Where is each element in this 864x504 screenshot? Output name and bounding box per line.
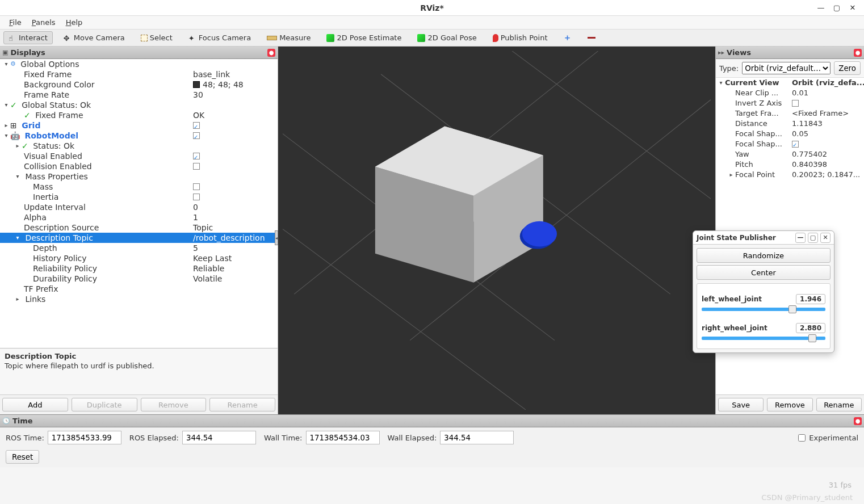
add-button[interactable]: Add — [2, 398, 68, 411]
pose-estimate-button[interactable]: 2D Pose Estimate — [321, 31, 406, 44]
checkbox-icon[interactable] — [792, 141, 799, 148]
joint-slider-0[interactable] — [702, 308, 825, 311]
close-panel-icon[interactable]: ● — [267, 49, 275, 57]
tree-visual-enabled[interactable]: Visual Enabled — [0, 151, 278, 161]
experimental-checkbox[interactable]: Experimental — [798, 434, 858, 442]
grid-icon: ⊞ — [10, 120, 17, 131]
jsp-minimize-icon[interactable]: — — [795, 233, 806, 243]
interact-button[interactable]: ☝ Interact — [3, 31, 53, 44]
close-panel-icon[interactable]: ● — [854, 49, 862, 57]
tree-update-interval[interactable]: Update Interval 0 — [0, 202, 278, 212]
tree-description-source[interactable]: Description Source Topic — [0, 222, 278, 233]
tree-history-policy[interactable]: History Policy Keep Last — [0, 253, 278, 263]
view-focal-shape1[interactable]: Focal Shap... 0.05 — [716, 129, 864, 139]
reset-button[interactable]: Reset — [6, 450, 39, 464]
displays-tree[interactable]: ▾⚙ Global Options Fixed Frame base_link … — [0, 59, 278, 348]
wall-time-input[interactable] — [306, 431, 380, 444]
toolbar-add-button[interactable]: ＋ — [558, 30, 577, 45]
tree-status-fixed-frame[interactable]: ✓ Fixed Frame OK — [0, 110, 278, 120]
views-remove-button[interactable]: Remove — [767, 398, 812, 411]
displays-panel-header[interactable]: ▣ Displays ● — [0, 47, 278, 59]
move-camera-button[interactable]: ✥ Move Camera — [58, 31, 130, 44]
tree-depth[interactable]: Depth 5 — [0, 243, 278, 253]
tree-frame-rate[interactable]: Frame Rate 30 — [0, 90, 278, 100]
joint-slider-1[interactable] — [702, 337, 825, 340]
select-button[interactable]: Select — [136, 31, 178, 44]
viewport-3d[interactable] — [283, 51, 711, 410]
close-panel-icon[interactable]: ● — [854, 417, 862, 425]
views-rename-button[interactable]: Rename — [816, 398, 862, 411]
zero-button[interactable]: Zero — [834, 61, 861, 75]
view-distance[interactable]: Distance 1.11843 — [716, 119, 864, 129]
publish-point-button[interactable]: Publish Point — [488, 31, 553, 44]
tree-mass[interactable]: Mass — [0, 182, 278, 192]
focus-camera-button[interactable]: ✦ Focus Camera — [183, 31, 256, 44]
view-focal-shape2[interactable]: Focal Shap... — [716, 139, 864, 149]
tree-tf-prefix[interactable]: TF Prefix — [0, 284, 278, 294]
minimize-icon[interactable]: — — [816, 3, 825, 12]
view-pitch[interactable]: Pitch 0.840398 — [716, 159, 864, 170]
tree-description-topic[interactable]: ▾ Description Topic /robot_description — [0, 233, 278, 243]
view-focal-point[interactable]: ▸Focal Point 0.20023; 0.1847... — [716, 170, 864, 180]
measure-label: Measure — [279, 33, 311, 42]
menu-panels[interactable]: Panels — [28, 17, 59, 28]
checkbox-icon[interactable] — [193, 183, 200, 190]
tree-robotmodel-status[interactable]: ▸✓ Status: Ok — [0, 141, 278, 151]
robot-body — [375, 127, 543, 283]
randomize-button[interactable]: Randomize — [697, 248, 831, 263]
publish-point-label: Publish Point — [501, 33, 548, 42]
center-button[interactable]: Center — [697, 265, 831, 280]
view-target-frame[interactable]: Target Fra... <Fixed Frame> — [716, 108, 864, 119]
duplicate-button[interactable]: Duplicate — [72, 398, 137, 411]
toolbar-remove-button[interactable] — [582, 35, 601, 41]
checkbox-icon[interactable] — [193, 194, 200, 200]
tree-alpha[interactable]: Alpha 1 — [0, 212, 278, 222]
tree-grid[interactable]: ▸⊞ Grid — [0, 120, 278, 131]
joint-value: 1.946 — [796, 294, 825, 304]
toolbar: ☝ Interact ✥ Move Camera Select ✦ Focus … — [0, 30, 864, 47]
checkbox-icon[interactable] — [792, 100, 799, 107]
tree-global-status[interactable]: ▾✓ Global Status: Ok — [0, 100, 278, 110]
views-save-button[interactable]: Save — [718, 398, 764, 411]
menu-help[interactable]: Help — [62, 17, 86, 28]
tree-robotmodel[interactable]: ▾🤖 RobotModel — [0, 131, 278, 141]
checkbox-icon[interactable] — [193, 153, 200, 159]
ros-elapsed-input[interactable] — [182, 431, 256, 444]
close-icon[interactable]: ✕ — [848, 3, 857, 12]
views-panel-header[interactable]: ▸▸ Views ● — [716, 47, 864, 59]
displays-panel-title: Displays — [10, 48, 45, 57]
remove-button[interactable]: Remove — [141, 398, 207, 411]
tree-fixed-frame[interactable]: Fixed Frame base_link — [0, 69, 278, 79]
tree-global-options[interactable]: ▾⚙ Global Options — [0, 59, 278, 69]
tree-background-color[interactable]: Background Color 48; 48; 48 — [0, 79, 278, 90]
views-type-select[interactable]: Orbit (rviz_default… — [742, 62, 831, 74]
menu-file[interactable]: File — [6, 17, 25, 28]
experimental-checkbox-input[interactable] — [798, 434, 806, 442]
ros-time-input[interactable] — [48, 431, 121, 444]
checkbox-icon[interactable] — [193, 132, 200, 139]
jsp-maximize-icon[interactable]: ▢ — [808, 233, 818, 243]
splitter-handle[interactable]: ◂ — [275, 230, 278, 245]
joint-state-publisher-window[interactable]: Joint State Publisher — ▢ ✕ Randomize Ce… — [693, 230, 834, 353]
tree-links[interactable]: ▸ Links — [0, 294, 278, 304]
view-invert-z[interactable]: Invert Z Axis — [716, 98, 864, 108]
view-yaw[interactable]: Yaw 0.775402 — [716, 149, 864, 159]
tree-reliability-policy[interactable]: Reliability Policy Reliable — [0, 263, 278, 274]
view-near-clip[interactable]: Near Clip ... 0.01 — [716, 88, 864, 98]
tree-collision-enabled[interactable]: Collision Enabled — [0, 161, 278, 171]
tree-mass-properties[interactable]: ▾ Mass Properties — [0, 171, 278, 182]
jsp-close-icon[interactable]: ✕ — [820, 233, 831, 243]
goal-pose-button[interactable]: 2D Goal Pose — [412, 31, 481, 44]
views-type-label: Type: — [719, 64, 739, 73]
checkbox-icon[interactable] — [193, 163, 200, 170]
maximize-icon[interactable]: ▢ — [832, 3, 841, 12]
tree-inertia[interactable]: Inertia — [0, 192, 278, 202]
measure-button[interactable]: Measure — [262, 31, 316, 44]
rename-button[interactable]: Rename — [209, 398, 275, 411]
window-title: RViz* — [420, 3, 444, 12]
time-panel-header[interactable]: 🕓 Time ● — [0, 415, 864, 427]
view-current[interactable]: ▾Current View Orbit (rviz_defa... — [716, 78, 864, 88]
tree-durability-policy[interactable]: Durability Policy Volatile — [0, 274, 278, 284]
wall-elapsed-input[interactable] — [440, 431, 514, 444]
checkbox-icon[interactable] — [193, 122, 200, 129]
